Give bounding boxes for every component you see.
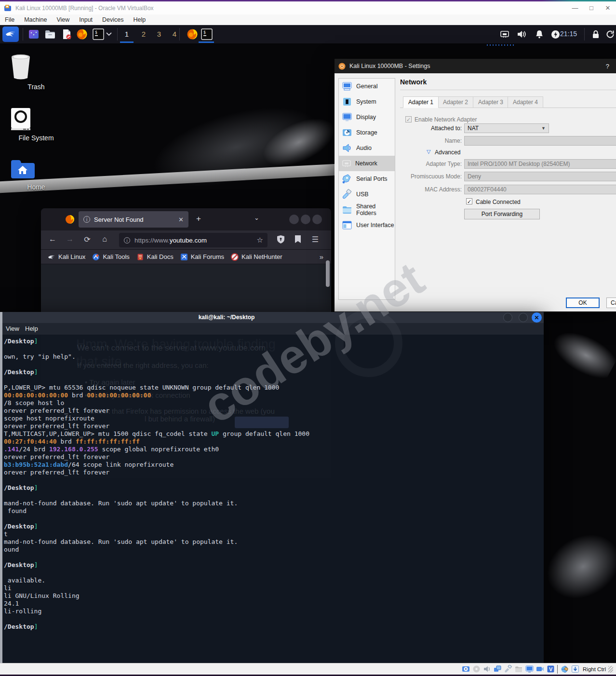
window-control-dot[interactable] <box>312 215 322 224</box>
taskbar-terminal[interactable]: $ <box>201 28 213 41</box>
shield-icon[interactable] <box>275 235 286 244</box>
launcher-show-desktop[interactable] <box>27 28 40 41</box>
account-icon[interactable] <box>292 235 304 243</box>
sidebar-item-shared-folders[interactable]: Shared Folders <box>339 202 395 217</box>
bookmark-kali-tools[interactable]: Kali Tools <box>92 253 129 261</box>
window-control-dot[interactable] <box>301 215 310 224</box>
back-icon[interactable]: ← <box>47 235 58 243</box>
launcher-firefox[interactable] <box>76 28 88 41</box>
bookmark-star-icon[interactable]: ☆ <box>257 236 263 244</box>
minimize-button[interactable]: — <box>567 2 583 14</box>
workspace-1[interactable]: 1 <box>120 27 134 41</box>
terminal-dropdown-chevron[interactable] <box>106 28 112 41</box>
maximize-button[interactable]: □ <box>583 2 600 14</box>
tab-close-icon[interactable]: ✕ <box>178 216 184 223</box>
workspace-3[interactable]: 3 <box>152 27 166 41</box>
close-icon[interactable]: ✕ <box>532 312 542 323</box>
status-audio-icon[interactable] <box>483 665 491 673</box>
tray-lock[interactable] <box>591 28 601 41</box>
desktop-icon-trash[interactable]: Trash <box>10 54 63 91</box>
clock[interactable]: 21:15 <box>560 30 577 38</box>
sidebar-item-display[interactable]: Display <box>339 109 395 125</box>
host-menu-file[interactable]: File <box>0 15 19 24</box>
mac-address-field[interactable]: 080027F04440 <box>464 185 616 194</box>
status-features-icon[interactable]: V <box>547 665 555 673</box>
scrollbar-thumb[interactable] <box>326 260 330 287</box>
site-info-icon[interactable]: i <box>124 237 130 243</box>
url-bar[interactable]: i https://www.youtube.com ☆ <box>119 233 268 247</box>
sidebar-item-user-interface[interactable]: User Interface <box>339 217 395 233</box>
new-tab-button[interactable]: + <box>196 214 201 224</box>
advanced-triangle-icon[interactable]: ▽ <box>427 149 430 155</box>
launcher-text-editor[interactable] <box>60 28 73 41</box>
host-menu-devices[interactable]: Devices <box>97 15 128 24</box>
status-recording-icon[interactable] <box>536 665 544 673</box>
status-network-adapters-icon[interactable] <box>494 665 502 673</box>
launcher-terminal[interactable]: $ <box>92 28 105 41</box>
enable-adapter-checkbox[interactable]: ✓ <box>405 116 412 122</box>
cable-connected-checkbox[interactable]: ✓ <box>466 198 472 204</box>
kali-menu-button[interactable] <box>2 27 19 42</box>
status-harddisk-icon[interactable] <box>462 665 470 673</box>
launcher-file-manager[interactable] <box>44 28 56 41</box>
terminal-titlebar: kali@kali: ~/Desktop ✕ <box>0 312 544 323</box>
bookmark-kali-docs[interactable]: Kali Docs <box>136 253 174 261</box>
menu-help[interactable]: Help <box>25 325 38 332</box>
attached-to-dropdown[interactable]: NAT▼ <box>464 123 549 133</box>
cancel-button[interactable]: Cancel <box>606 297 616 308</box>
terminal-line <box>4 569 309 577</box>
tab-list-chevron-icon[interactable]: ⌄ <box>254 214 259 221</box>
tray-power-manager[interactable] <box>550 28 561 41</box>
tray-notifications[interactable] <box>534 28 545 41</box>
status-shared-folders-icon[interactable] <box>515 665 523 673</box>
panel-separator <box>23 28 23 41</box>
ok-button[interactable]: OK <box>566 297 600 308</box>
host-menu-input[interactable]: Input <box>74 15 97 24</box>
taskbar-firefox[interactable] <box>186 28 199 41</box>
minimize-button[interactable] <box>503 313 512 322</box>
bookmark-kali-forums[interactable]: Kali Forums <box>180 253 224 261</box>
resize-grip[interactable] <box>608 666 613 673</box>
desktop-icon-home[interactable]: Home <box>10 158 63 191</box>
terminal-line <box>4 476 309 484</box>
sidebar-item-system[interactable]: System <box>339 94 395 109</box>
tray-network[interactable] <box>499 28 510 41</box>
host-menu-help[interactable]: Help <box>129 15 151 24</box>
hamburger-menu-icon[interactable]: ☰ <box>309 235 321 244</box>
status-mouse-integration-icon[interactable] <box>561 665 569 673</box>
tray-logout[interactable] <box>605 28 615 41</box>
menu-view[interactable]: View <box>6 325 19 332</box>
forward-icon[interactable]: → <box>64 235 76 243</box>
sidebar-item-general[interactable]: General <box>339 79 395 94</box>
bookmarks-overflow-icon[interactable]: » <box>320 253 323 261</box>
terminal-line: found <box>4 507 309 515</box>
tab-adapter-3[interactable]: Adapter 3 <box>473 96 509 108</box>
terminal-output[interactable]: /Desktop]own, try "ip help"./Desktop]P,L… <box>4 338 309 631</box>
status-display-icon[interactable] <box>525 665 534 673</box>
close-button[interactable]: ✕ <box>600 2 616 14</box>
terminal-line: /Desktop] <box>4 523 309 530</box>
status-usb-devices-icon[interactable] <box>504 665 512 673</box>
status-keyboard-capture-icon[interactable] <box>571 665 579 673</box>
terminal-scrollbar[interactable] <box>0 312 2 663</box>
home-icon[interactable]: ⌂ <box>99 235 110 243</box>
port-forwarding-button[interactable]: Port Forwarding <box>464 209 540 219</box>
tab-server-not-found[interactable]: i Server Not Found ✕ <box>79 211 188 228</box>
tab-adapter-4[interactable]: Adapter 4 <box>508 96 543 108</box>
maximize-button[interactable] <box>519 313 528 322</box>
reload-icon[interactable]: ⟳ <box>81 235 93 244</box>
status-optical-disc-icon[interactable] <box>472 665 481 673</box>
host-menu-view[interactable]: View <box>52 15 74 24</box>
help-button[interactable]: ? <box>606 63 609 70</box>
desktop-icon-filesystem[interactable]: File System <box>10 107 63 142</box>
tray-volume[interactable] <box>516 28 527 41</box>
window-control-dot[interactable] <box>289 215 299 224</box>
bookmark-kali-nethunter[interactable]: Kali NetHunter <box>231 253 282 261</box>
bookmark-kali-linux[interactable]: Kali Linux <box>48 253 85 261</box>
mac-address-label: MAC Address: <box>375 186 462 193</box>
tab-adapter-1[interactable]: Adapter 1 <box>403 96 439 108</box>
host-menu-machine[interactable]: Machine <box>19 15 52 24</box>
workspace-2[interactable]: 2 <box>137 27 150 41</box>
tab-adapter-2[interactable]: Adapter 2 <box>438 96 473 108</box>
workspace-4[interactable]: 4 <box>168 27 181 41</box>
